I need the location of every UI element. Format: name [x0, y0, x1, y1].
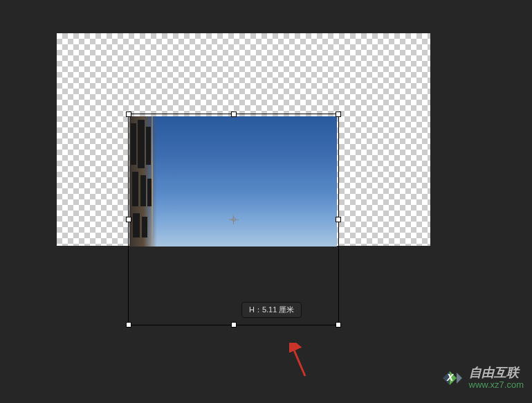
transform-handle-top-center[interactable]	[231, 111, 237, 117]
transform-handle-middle-left[interactable]	[126, 217, 131, 222]
transformed-layer-image[interactable]	[129, 116, 337, 247]
transform-handle-bottom-right[interactable]	[336, 322, 341, 328]
image-content-cityscape	[129, 116, 157, 247]
dimension-value: H：5.11 厘米	[249, 305, 294, 314]
dimension-tooltip: H：5.11 厘米	[241, 302, 302, 318]
transform-handle-top-left[interactable]	[126, 111, 131, 117]
transform-handle-bottom-left[interactable]	[126, 322, 131, 328]
transform-handle-bottom-center[interactable]	[231, 322, 237, 328]
watermark: X 自由互联 www.xz7.com	[440, 366, 524, 391]
transform-handle-middle-right[interactable]	[336, 217, 341, 222]
annotation-arrow	[289, 343, 310, 381]
transform-handle-top-right[interactable]	[336, 111, 341, 117]
watermark-logo-icon: X	[440, 366, 465, 391]
watermark-title: 自由互联	[469, 366, 524, 380]
watermark-url: www.xz7.com	[469, 380, 524, 390]
transform-center-point[interactable]	[229, 215, 239, 224]
svg-line-1	[293, 347, 305, 376]
svg-text:X: X	[446, 372, 455, 383]
